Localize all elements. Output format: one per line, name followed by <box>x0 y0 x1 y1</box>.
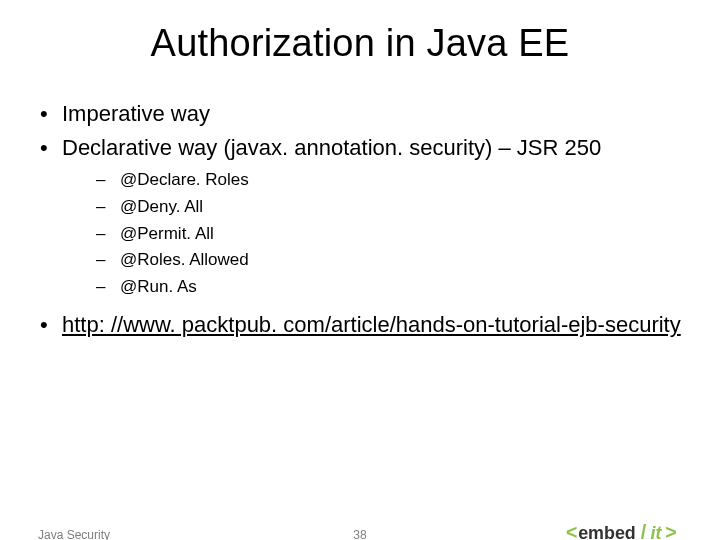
sub-permit-all: @Permit. All <box>62 222 684 247</box>
sub-declare-roles: @Declare. Roles <box>62 168 684 193</box>
bullet-imperative: Imperative way <box>36 99 684 129</box>
embedit-logo: < embed / it > <box>566 518 696 540</box>
sub-run-as: @Run. As <box>62 275 684 300</box>
bullet-declarative: Declarative way (javax. annotation. secu… <box>36 133 684 300</box>
slide-footer: Java Security 38 < embed / it > <box>0 518 720 540</box>
sub-deny-all: @Deny. All <box>62 195 684 220</box>
slide-title: Authorization in Java EE <box>0 22 720 65</box>
bullet-link: http: //www. packtpub. com/article/hands… <box>36 310 684 340</box>
logo-slash: / <box>641 521 647 540</box>
tutorial-link[interactable]: http: //www. packtpub. com/article/hands… <box>62 312 681 337</box>
logo-gt: > <box>665 521 676 540</box>
sub-roles-allowed: @Roles. Allowed <box>62 248 684 273</box>
logo-lt: < <box>566 521 577 540</box>
bullet-declarative-text: Declarative way (javax. annotation. secu… <box>62 135 601 160</box>
logo-it: it <box>651 523 663 540</box>
slide-body: Imperative way Declarative way (javax. a… <box>36 99 684 339</box>
logo-embed: embed <box>578 523 636 540</box>
